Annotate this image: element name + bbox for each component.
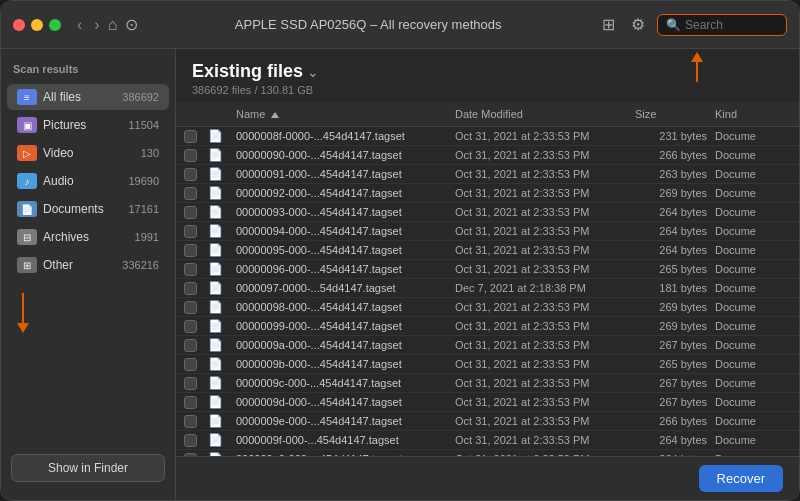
row-kind-12: Docume xyxy=(711,358,791,370)
row-checkbox-10[interactable] xyxy=(184,320,197,333)
row-checkbox-3[interactable] xyxy=(184,187,197,200)
row-checkbox-15[interactable] xyxy=(184,415,197,428)
title-dropdown-icon[interactable]: ⌄ xyxy=(307,64,319,80)
row-checkbox-5[interactable] xyxy=(184,225,197,238)
row-kind-15: Docume xyxy=(711,415,791,427)
table-row[interactable]: 📄 0000009e-000-...454d4147.tagset Oct 31… xyxy=(176,412,799,431)
row-checkbox-1[interactable] xyxy=(184,149,197,162)
row-name-13: 0000009c-000-...454d4147.tagset xyxy=(232,377,451,389)
table-row[interactable]: 📄 0000009a-000-...454d4147.tagset Oct 31… xyxy=(176,336,799,355)
col-size[interactable]: Size xyxy=(631,106,711,122)
traffic-lights xyxy=(13,19,61,31)
row-size-8: 181 bytes xyxy=(631,282,711,294)
col-kind[interactable]: Kind xyxy=(711,106,791,122)
row-checkbox-11[interactable] xyxy=(184,339,197,352)
table-row[interactable]: 📄 00000098-000-...454d4147.tagset Oct 31… xyxy=(176,298,799,317)
table-row[interactable]: 📄 00000092-000-...454d4147.tagset Oct 31… xyxy=(176,184,799,203)
sidebar-item-all-files[interactable]: ≡ All files 386692 xyxy=(7,84,169,110)
forward-button[interactable]: › xyxy=(90,14,103,36)
settings-icon[interactable]: ⚙ xyxy=(627,13,649,36)
col-name[interactable]: Name xyxy=(232,106,451,122)
table-row[interactable]: 📄 0000009c-000-...454d4147.tagset Oct 31… xyxy=(176,374,799,393)
sidebar-count-archives: 1991 xyxy=(135,231,159,243)
row-checkbox-2[interactable] xyxy=(184,168,197,181)
sidebar-label-archives: Archives xyxy=(43,230,135,244)
sidebar-item-documents[interactable]: 📄 Documents 17161 xyxy=(7,196,169,222)
row-size-16: 264 bytes xyxy=(631,434,711,446)
recover-button[interactable]: Recover xyxy=(699,465,783,492)
row-date-6: Oct 31, 2021 at 2:33:53 PM xyxy=(451,244,631,256)
row-checkbox-12[interactable] xyxy=(184,358,197,371)
row-size-1: 266 bytes xyxy=(631,149,711,161)
row-date-1: Oct 31, 2021 at 2:33:53 PM xyxy=(451,149,631,161)
table-row[interactable]: 📄 0000009d-000-...454d4147.tagset Oct 31… xyxy=(176,393,799,412)
search-box[interactable]: 🔍 xyxy=(657,14,787,36)
table-row[interactable]: 📄 0000097-0000-...54d4147.tagset Dec 7, … xyxy=(176,279,799,298)
all-files-icon: ≡ xyxy=(17,89,37,105)
file-table: Name Date Modified Size Kind 📄 0000008f-… xyxy=(176,102,799,456)
row-file-icon-6: 📄 xyxy=(208,243,232,257)
row-checkbox-4[interactable] xyxy=(184,206,197,219)
sidebar-arrow-indicator xyxy=(17,293,29,333)
row-file-icon-2: 📄 xyxy=(208,167,232,181)
show-in-finder-button[interactable]: Show in Finder xyxy=(11,454,165,482)
row-kind-4: Docume xyxy=(711,206,791,218)
sidebar-item-pictures[interactable]: ▣ Pictures 11504 xyxy=(7,112,169,138)
row-date-14: Oct 31, 2021 at 2:33:53 PM xyxy=(451,396,631,408)
sidebar-label-documents: Documents xyxy=(43,202,128,216)
row-file-icon-14: 📄 xyxy=(208,395,232,409)
row-size-0: 231 bytes xyxy=(631,130,711,142)
row-date-0: Oct 31, 2021 at 2:33:53 PM xyxy=(451,130,631,142)
other-icon: ⊞ xyxy=(17,257,37,273)
row-checkbox-16[interactable] xyxy=(184,434,197,447)
sidebar-label-video: Video xyxy=(43,146,141,160)
back-button[interactable]: ‹ xyxy=(73,14,86,36)
sidebar-item-archives[interactable]: ⊟ Archives 1991 xyxy=(7,224,169,250)
sidebar-title: Scan results xyxy=(1,59,175,83)
row-date-9: Oct 31, 2021 at 2:33:53 PM xyxy=(451,301,631,313)
row-date-15: Oct 31, 2021 at 2:33:53 PM xyxy=(451,415,631,427)
col-date[interactable]: Date Modified xyxy=(451,106,631,122)
row-checkbox-13[interactable] xyxy=(184,377,197,390)
history-button[interactable]: ⊙ xyxy=(125,15,138,34)
table-row[interactable]: 📄 00000095-000-...454d4147.tagset Oct 31… xyxy=(176,241,799,260)
row-checkbox-0[interactable] xyxy=(184,130,197,143)
table-row[interactable]: 📄 00000091-000-...454d4147.tagset Oct 31… xyxy=(176,165,799,184)
maximize-button[interactable] xyxy=(49,19,61,31)
bottom-bar: Recover xyxy=(176,456,799,500)
minimize-button[interactable] xyxy=(31,19,43,31)
row-name-11: 0000009a-000-...454d4147.tagset xyxy=(232,339,451,351)
table-row[interactable]: 📄 0000009b-000-...454d4147.tagset Oct 31… xyxy=(176,355,799,374)
sidebar-item-video[interactable]: ▷ Video 130 xyxy=(7,140,169,166)
sidebar-item-audio[interactable]: ♪ Audio 19690 xyxy=(7,168,169,194)
row-file-icon-5: 📄 xyxy=(208,224,232,238)
row-size-2: 263 bytes xyxy=(631,168,711,180)
table-row[interactable]: 📄 0000008f-0000-...454d4147.tagset Oct 3… xyxy=(176,127,799,146)
row-kind-13: Docume xyxy=(711,377,791,389)
row-size-6: 264 bytes xyxy=(631,244,711,256)
home-button[interactable]: ⌂ xyxy=(108,16,118,34)
row-checkbox-9[interactable] xyxy=(184,301,197,314)
row-checkbox-8[interactable] xyxy=(184,282,197,295)
table-row[interactable]: 📄 00000093-000-...454d4147.tagset Oct 31… xyxy=(176,203,799,222)
table-row[interactable]: 📄 00000096-000-...454d4147.tagset Oct 31… xyxy=(176,260,799,279)
sidebar-item-other[interactable]: ⊞ Other 336216 xyxy=(7,252,169,278)
table-row[interactable]: 📄 00000094-000-...454d4147.tagset Oct 31… xyxy=(176,222,799,241)
search-icon: 🔍 xyxy=(666,18,681,32)
row-file-icon-4: 📄 xyxy=(208,205,232,219)
row-name-12: 0000009b-000-...454d4147.tagset xyxy=(232,358,451,370)
close-button[interactable] xyxy=(13,19,25,31)
row-date-8: Dec 7, 2021 at 2:18:38 PM xyxy=(451,282,631,294)
row-checkbox-14[interactable] xyxy=(184,396,197,409)
row-size-14: 267 bytes xyxy=(631,396,711,408)
search-input[interactable] xyxy=(685,18,778,32)
view-icon[interactable]: ⊞ xyxy=(598,13,619,36)
table-row[interactable]: 📄 0000009f-000-...454d4147.tagset Oct 31… xyxy=(176,431,799,450)
window-title: APPLE SSD AP0256Q – All recovery methods xyxy=(138,17,598,32)
row-checkbox-6[interactable] xyxy=(184,244,197,257)
table-row[interactable]: 📄 00000090-000-...454d4147.tagset Oct 31… xyxy=(176,146,799,165)
table-row[interactable]: 📄 00000099-000-...454d4147.tagset Oct 31… xyxy=(176,317,799,336)
table-header: Name Date Modified Size Kind xyxy=(176,102,799,127)
row-name-6: 00000095-000-...454d4147.tagset xyxy=(232,244,451,256)
row-checkbox-7[interactable] xyxy=(184,263,197,276)
